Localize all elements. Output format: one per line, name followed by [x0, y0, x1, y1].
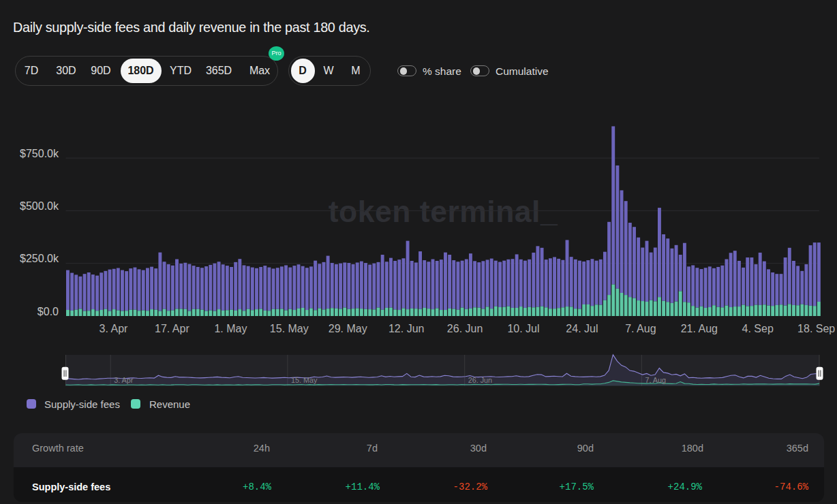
- svg-text:$500.0k: $500.0k: [20, 200, 59, 212]
- svg-text:3. Apr: 3. Apr: [114, 376, 134, 384]
- svg-text:21. Aug: 21. Aug: [681, 323, 718, 334]
- svg-text:18. Sep: 18. Sep: [797, 323, 835, 334]
- svg-text:4. Sep: 4. Sep: [742, 323, 774, 334]
- svg-text:$750.0k: $750.0k: [20, 148, 59, 159]
- svg-text:15. May: 15. May: [291, 376, 318, 384]
- svg-text:24. Jul: 24. Jul: [566, 323, 598, 334]
- svg-text:12. Jun: 12. Jun: [389, 323, 424, 334]
- svg-text:token terminal_: token terminal_: [329, 195, 558, 228]
- svg-text:17. Apr: 17. Apr: [155, 323, 189, 334]
- svg-text:26. Jun: 26. Jun: [468, 376, 492, 384]
- svg-text:7. Aug: 7. Aug: [645, 376, 666, 384]
- svg-text:7. Aug: 7. Aug: [625, 323, 656, 334]
- svg-text:15. May: 15. May: [270, 323, 309, 334]
- svg-text:10. Jul: 10. Jul: [507, 323, 539, 334]
- svg-text:29. May: 29. May: [329, 323, 367, 334]
- svg-text:26. Jun: 26. Jun: [447, 323, 483, 334]
- svg-text:1. May: 1. May: [214, 323, 247, 334]
- svg-text:3. Apr: 3. Apr: [100, 323, 128, 334]
- svg-text:$250.0k: $250.0k: [20, 253, 59, 264]
- svg-text:$0.0: $0.0: [37, 306, 59, 317]
